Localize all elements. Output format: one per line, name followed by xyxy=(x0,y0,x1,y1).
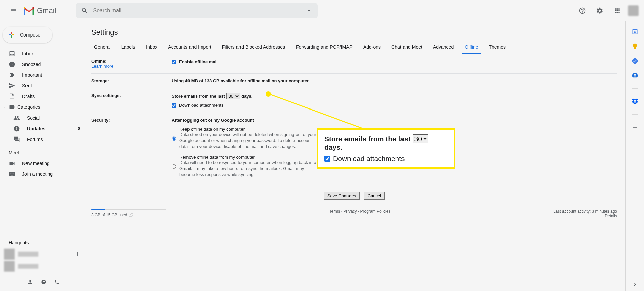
keep-data-radio[interactable] xyxy=(172,127,176,150)
tab-general[interactable]: General xyxy=(91,41,113,54)
contact-avatar xyxy=(4,249,15,260)
remove-data-radio[interactable] xyxy=(172,155,176,178)
svg-point-6 xyxy=(634,74,636,76)
settings-tabs: GeneralLabelsInboxAccounts and ImportFil… xyxy=(91,41,617,54)
page-title: Settings xyxy=(91,28,617,37)
info-icon xyxy=(13,125,20,132)
sidebar-item-new-meeting[interactable]: New meeting xyxy=(0,158,86,169)
support-button[interactable] xyxy=(576,4,589,17)
footer-bar: 3 GB of 15 GB used Terms · Privacy · Pro… xyxy=(91,206,617,222)
keep-icon xyxy=(632,43,638,50)
hangout-contact[interactable]: + xyxy=(0,248,86,260)
forums-icon xyxy=(13,136,20,143)
tab-offline[interactable]: Offline xyxy=(462,41,481,54)
get-addons-button[interactable] xyxy=(632,124,638,131)
help-icon xyxy=(579,7,586,14)
search-input[interactable] xyxy=(93,8,305,14)
button-row: Save Changes Cancel xyxy=(91,187,617,206)
terms-link[interactable]: Terms xyxy=(329,209,340,214)
contacts-icon xyxy=(632,72,638,79)
setting-offline: Offline: Learn more Enable offline mail xyxy=(91,54,617,74)
sidebar-footer xyxy=(0,275,86,288)
hamburger-icon xyxy=(10,7,17,14)
privacy-link[interactable]: Privacy xyxy=(343,209,357,214)
policies-link[interactable]: Program Policies xyxy=(360,209,391,214)
search-icon xyxy=(81,7,88,14)
tab-forwarding-and-pop-imap[interactable]: Forwarding and POP/IMAP xyxy=(293,41,355,54)
quota-bar xyxy=(91,209,166,210)
tab-accounts-and-import[interactable]: Accounts and Import xyxy=(165,41,214,54)
plus-icon xyxy=(632,124,638,131)
hangouts-tab[interactable] xyxy=(37,275,50,289)
label-icon xyxy=(9,104,15,111)
calendar-icon: 31 xyxy=(632,28,638,35)
open-link-icon[interactable] xyxy=(128,212,133,217)
tab-chat-and-meet[interactable]: Chat and Meet xyxy=(389,41,425,54)
sidebar-item-forums[interactable]: Forums xyxy=(0,134,86,145)
sidebar-item-snoozed[interactable]: Snoozed xyxy=(0,59,86,70)
sidebar-item-inbox[interactable]: Inbox xyxy=(0,48,86,59)
dropbox-addon[interactable] xyxy=(632,98,638,105)
sidebar-item-sent[interactable]: Sent xyxy=(0,80,86,91)
cancel-button[interactable]: Cancel xyxy=(364,192,385,200)
video-icon xyxy=(9,160,15,167)
main-menu-button[interactable] xyxy=(5,3,21,19)
important-icon xyxy=(9,72,15,78)
tab-inbox[interactable]: Inbox xyxy=(143,41,160,54)
apps-grid-icon xyxy=(614,7,621,14)
add-hangout-button[interactable]: + xyxy=(75,249,80,259)
meet-section-header: Meet xyxy=(0,145,86,158)
search-options-icon[interactable] xyxy=(305,7,313,15)
callout-dot xyxy=(266,91,271,97)
details-link[interactable]: Details xyxy=(605,214,617,218)
sidebar-item-social[interactable]: Social xyxy=(0,113,86,123)
sync-days-select[interactable]: 30 xyxy=(226,93,240,99)
chevron-down-icon xyxy=(3,105,7,109)
account-avatar[interactable] xyxy=(628,5,639,16)
tab-themes[interactable]: Themes xyxy=(486,41,508,54)
contacts-addon[interactable] xyxy=(632,72,638,79)
callout-box: Store emails from the last 30 days. Down… xyxy=(317,128,455,169)
save-button[interactable]: Save Changes xyxy=(324,192,360,200)
header-actions xyxy=(576,4,639,17)
callout-download-checkbox[interactable] xyxy=(324,156,330,162)
calendar-addon[interactable]: 31 xyxy=(632,28,638,35)
tab-advanced[interactable]: Advanced xyxy=(430,41,457,54)
setting-storage: Storage: Using 40 MB of 133 GB available… xyxy=(91,74,617,88)
keep-addon[interactable] xyxy=(632,43,638,50)
sidebar-item-drafts[interactable]: Drafts xyxy=(0,91,86,102)
download-attachments-checkbox[interactable] xyxy=(172,103,176,108)
keyboard-icon xyxy=(9,171,15,177)
gmail-brand-text: Gmail xyxy=(37,6,56,15)
tab-labels[interactable]: Labels xyxy=(119,41,138,54)
svg-text:31: 31 xyxy=(633,30,636,33)
learn-more-link[interactable]: Learn more xyxy=(91,64,113,69)
compose-button[interactable]: Compose xyxy=(3,27,52,43)
app-header: Gmail xyxy=(0,0,644,21)
contacts-tab[interactable] xyxy=(23,275,37,289)
enable-offline-checkbox[interactable] xyxy=(172,60,176,64)
sidebar: Compose Inbox Snoozed Important Sent Dra… xyxy=(0,21,86,291)
search-bar[interactable] xyxy=(76,3,318,18)
collapse-panel-button[interactable] xyxy=(628,278,642,291)
apps-button[interactable] xyxy=(610,4,624,17)
sidebar-item-important[interactable]: Important xyxy=(0,70,86,80)
tab-add-ons[interactable]: Add-ons xyxy=(361,41,383,54)
sidebar-item-updates[interactable]: Updates8 xyxy=(0,123,86,134)
callout-days-select[interactable]: 30 xyxy=(413,134,428,143)
sidebar-item-join-meeting[interactable]: Join a meeting xyxy=(0,169,86,179)
hangout-contact[interactable] xyxy=(0,260,86,272)
sidebar-item-categories[interactable]: Categories xyxy=(0,102,86,113)
drafts-icon xyxy=(9,93,15,100)
inbox-icon xyxy=(9,50,15,57)
phone-tab[interactable] xyxy=(50,275,64,289)
gmail-logo[interactable]: Gmail xyxy=(23,6,56,15)
tab-filters-and-blocked-addresses[interactable]: Filters and Blocked Addresses xyxy=(219,41,288,54)
contact-name xyxy=(18,264,38,269)
plus-icon xyxy=(7,31,15,39)
chevron-right-icon xyxy=(632,281,638,288)
settings-button[interactable] xyxy=(593,4,606,17)
gmail-logo-icon xyxy=(23,6,35,15)
contact-avatar xyxy=(4,261,15,272)
tasks-addon[interactable] xyxy=(632,58,638,64)
